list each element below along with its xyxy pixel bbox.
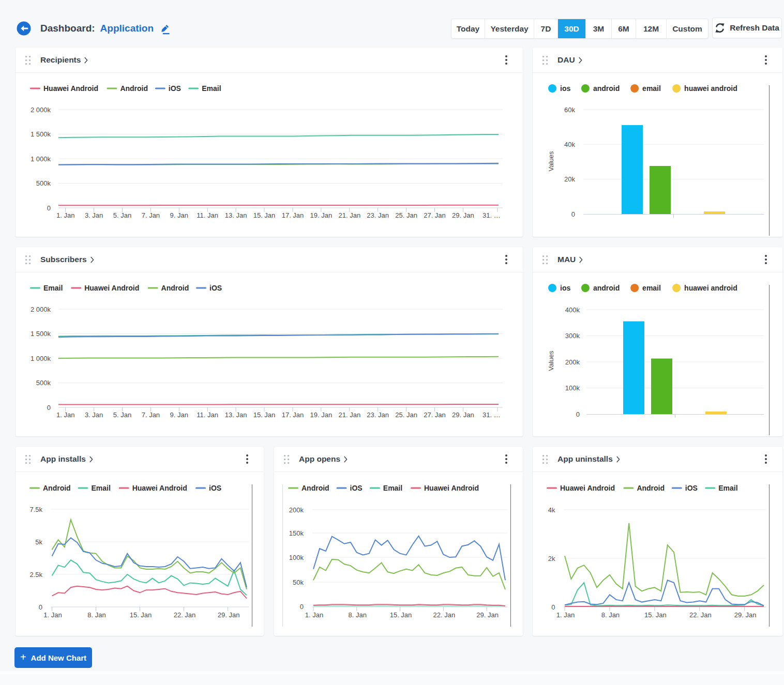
svg-text:1. Jan: 1. Jan	[556, 611, 575, 619]
svg-text:Email: Email	[383, 484, 402, 492]
svg-text:15. Jan: 15. Jan	[253, 211, 276, 219]
svg-text:iOS: iOS	[209, 284, 222, 292]
svg-text:25. Jan: 25. Jan	[395, 411, 417, 419]
svg-text:Values: Values	[547, 351, 555, 371]
svg-text:iOS: iOS	[685, 484, 698, 492]
svg-text:Values: Values	[547, 151, 555, 171]
svg-text:2k: 2k	[548, 555, 555, 562]
svg-text:Huawei Android: Huawei Android	[43, 84, 98, 93]
svg-text:40k: 40k	[564, 141, 575, 148]
svg-text:0: 0	[39, 603, 42, 611]
svg-text:0: 0	[47, 404, 51, 412]
svg-text:15. Jan: 15. Jan	[253, 411, 276, 419]
svg-text:15. Jan: 15. Jan	[644, 611, 667, 619]
svg-text:1 500k: 1 500k	[31, 130, 51, 138]
svg-text:15. Jan: 15. Jan	[390, 611, 412, 619]
svg-text:Android: Android	[637, 484, 665, 492]
svg-text:29. Jan: 29. Jan	[476, 611, 499, 619]
svg-text:1 000k: 1 000k	[31, 155, 51, 163]
svg-text:ios: ios	[560, 284, 570, 292]
svg-text:android: android	[593, 284, 620, 292]
svg-text:0: 0	[300, 603, 304, 611]
svg-text:200k: 200k	[289, 506, 304, 514]
svg-text:huawei android: huawei android	[684, 84, 737, 93]
svg-text:100k: 100k	[289, 554, 304, 561]
svg-text:1. Jan: 1. Jan	[56, 211, 74, 219]
svg-text:8. Jan: 8. Jan	[349, 611, 367, 619]
svg-text:5. Jan: 5. Jan	[113, 411, 131, 419]
svg-text:7. Jan: 7. Jan	[142, 411, 160, 419]
svg-text:iOS: iOS	[209, 484, 221, 492]
svg-text:iOS: iOS	[169, 84, 181, 93]
svg-text:7.5k: 7.5k	[29, 506, 42, 513]
svg-text:200k: 200k	[565, 358, 580, 366]
svg-text:0: 0	[571, 210, 575, 218]
svg-text:Email: Email	[43, 284, 63, 292]
svg-text:29. Jan: 29. Jan	[218, 611, 240, 619]
svg-text:22. Jan: 22. Jan	[689, 611, 712, 619]
svg-text:3. Jan: 3. Jan	[85, 411, 103, 419]
svg-text:9. Jan: 9. Jan	[170, 411, 188, 419]
svg-text:500k: 500k	[36, 379, 51, 387]
svg-text:Huawei Android: Huawei Android	[132, 484, 187, 492]
svg-text:1 000k: 1 000k	[31, 355, 51, 362]
svg-text:Huawei Android: Huawei Android	[560, 484, 615, 492]
svg-text:400k: 400k	[565, 306, 580, 314]
svg-text:9. Jan: 9. Jan	[170, 211, 188, 219]
svg-text:email: email	[642, 284, 661, 292]
svg-text:1. Jan: 1. Jan	[305, 611, 323, 619]
svg-text:2 000k: 2 000k	[31, 106, 51, 114]
svg-text:25. Jan: 25. Jan	[395, 211, 417, 219]
svg-text:7. Jan: 7. Jan	[142, 211, 160, 219]
svg-text:0: 0	[551, 603, 555, 611]
svg-text:huawei android: huawei android	[684, 284, 737, 292]
svg-text:31. …: 31. …	[483, 211, 501, 219]
svg-text:Email: Email	[92, 484, 111, 492]
svg-text:23. Jan: 23. Jan	[367, 211, 389, 219]
svg-text:150k: 150k	[289, 529, 304, 537]
svg-text:5k: 5k	[35, 538, 42, 546]
svg-text:300k: 300k	[565, 332, 580, 340]
svg-text:20k: 20k	[564, 175, 575, 183]
svg-text:0: 0	[576, 410, 580, 418]
svg-text:27. Jan: 27. Jan	[424, 211, 446, 219]
svg-text:23. Jan: 23. Jan	[367, 411, 389, 419]
svg-text:22. Jan: 22. Jan	[174, 611, 196, 619]
svg-text:8. Jan: 8. Jan	[87, 611, 105, 619]
svg-text:22. Jan: 22. Jan	[433, 611, 455, 619]
svg-text:13. Jan: 13. Jan	[225, 211, 247, 219]
svg-text:11. Jan: 11. Jan	[197, 411, 218, 419]
svg-text:31. …: 31. …	[483, 411, 501, 419]
svg-text:ios: ios	[560, 84, 570, 93]
svg-text:0: 0	[47, 204, 51, 212]
svg-text:3. Jan: 3. Jan	[85, 211, 103, 219]
svg-text:29. Jan: 29. Jan	[734, 611, 757, 619]
svg-text:29. Jan: 29. Jan	[452, 411, 474, 419]
svg-text:15. Jan: 15. Jan	[130, 611, 152, 619]
svg-text:Android: Android	[301, 484, 329, 492]
svg-text:50k: 50k	[293, 579, 304, 586]
svg-text:Email: Email	[718, 484, 737, 492]
svg-text:5. Jan: 5. Jan	[113, 211, 131, 219]
svg-text:iOS: iOS	[350, 484, 363, 492]
svg-text:4k: 4k	[548, 506, 555, 514]
svg-text:1 500k: 1 500k	[31, 330, 51, 338]
svg-text:19. Jan: 19. Jan	[310, 411, 333, 419]
svg-text:email: email	[642, 84, 661, 93]
svg-text:17. Jan: 17. Jan	[282, 411, 304, 419]
svg-text:1. Jan: 1. Jan	[56, 411, 74, 419]
svg-text:27. Jan: 27. Jan	[424, 411, 446, 419]
svg-text:21. Jan: 21. Jan	[338, 211, 360, 219]
svg-text:17. Jan: 17. Jan	[282, 211, 304, 219]
svg-text:60k: 60k	[564, 106, 575, 114]
svg-text:500k: 500k	[36, 179, 51, 187]
svg-text:21. Jan: 21. Jan	[338, 411, 360, 419]
svg-text:android: android	[593, 84, 620, 93]
svg-text:Android: Android	[43, 484, 71, 492]
svg-text:100k: 100k	[565, 384, 580, 392]
svg-text:1. Jan: 1. Jan	[43, 611, 62, 619]
svg-text:Email: Email	[202, 84, 221, 93]
svg-text:29. Jan: 29. Jan	[452, 211, 474, 219]
svg-text:2.5k: 2.5k	[29, 571, 42, 579]
svg-text:13. Jan: 13. Jan	[225, 411, 247, 419]
